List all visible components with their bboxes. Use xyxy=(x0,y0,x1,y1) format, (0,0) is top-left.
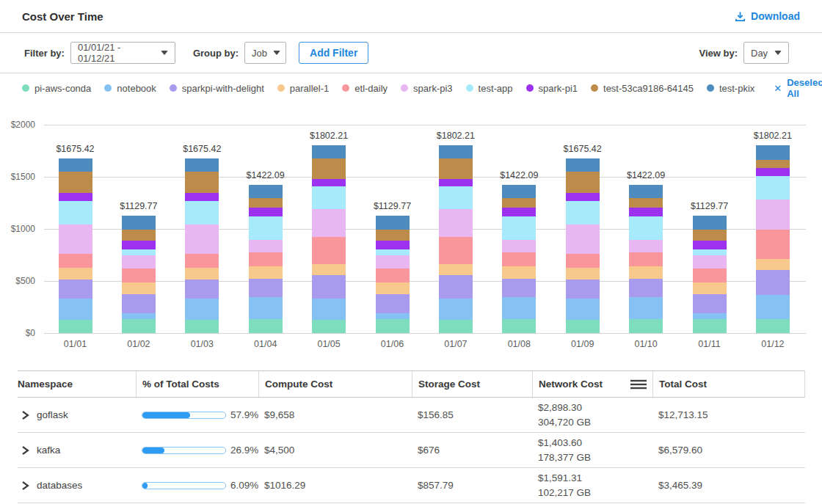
notebook-segment[interactable] xyxy=(566,299,600,320)
sparkpi-with-delight-segment[interactable] xyxy=(566,280,600,298)
notebook-segment[interactable] xyxy=(376,313,410,319)
spark-pi1-segment[interactable] xyxy=(249,208,283,216)
download-button[interactable]: Download xyxy=(735,10,800,22)
notebook-segment[interactable] xyxy=(122,313,156,319)
parallel-1-segment[interactable] xyxy=(312,264,346,275)
etl-daily-segment[interactable] xyxy=(439,237,473,264)
test-pkix-segment[interactable] xyxy=(629,185,663,198)
pi-aws-conda-segment[interactable] xyxy=(439,320,473,333)
sparkpi-with-delight-segment[interactable] xyxy=(185,280,219,298)
test-app-segment[interactable] xyxy=(376,249,410,255)
legend-item-parallel-1[interactable]: parallel-1 xyxy=(277,83,329,94)
deselect-all-button[interactable]: ✕ Deselect All xyxy=(774,77,822,99)
pi-aws-conda-segment[interactable] xyxy=(59,320,92,333)
test-pkix-segment[interactable] xyxy=(122,216,156,230)
parallel-1-segment[interactable] xyxy=(185,268,219,280)
test-app-segment[interactable] xyxy=(122,249,156,255)
test-pkix-segment[interactable] xyxy=(249,185,283,198)
pi-aws-conda-segment[interactable] xyxy=(502,319,536,333)
etl-daily-segment[interactable] xyxy=(376,269,410,282)
parallel-1-segment[interactable] xyxy=(439,264,473,275)
spark-pi1-segment[interactable] xyxy=(629,208,663,216)
test-53ca9186-64145-segment[interactable] xyxy=(122,230,156,241)
test-53ca9186-64145-segment[interactable] xyxy=(629,198,663,208)
test-53ca9186-64145-segment[interactable] xyxy=(693,230,727,241)
legend-item-test-53ca9186-64145[interactable]: test-53ca9186-64145 xyxy=(591,83,694,94)
spark-pi1-segment[interactable] xyxy=(59,193,92,201)
test-app-segment[interactable] xyxy=(693,249,727,255)
test-app-segment[interactable] xyxy=(502,216,536,240)
spark-pi3-segment[interactable] xyxy=(376,255,410,269)
namespace-cell[interactable]: goflask xyxy=(18,398,136,432)
spark-pi1-segment[interactable] xyxy=(185,193,219,201)
pi-aws-conda-segment[interactable] xyxy=(566,320,600,333)
test-pkix-segment[interactable] xyxy=(756,145,790,160)
test-app-segment[interactable] xyxy=(566,201,600,224)
etl-daily-segment[interactable] xyxy=(122,269,156,282)
column-header-percent[interactable]: % of Total Costs xyxy=(136,371,258,397)
view-by-select[interactable]: Day xyxy=(743,42,789,64)
spark-pi1-segment[interactable] xyxy=(439,179,473,186)
sparkpi-with-delight-segment[interactable] xyxy=(502,279,536,297)
etl-daily-segment[interactable] xyxy=(693,269,727,282)
spark-pi3-segment[interactable] xyxy=(502,240,536,252)
test-53ca9186-64145-segment[interactable] xyxy=(59,172,92,193)
legend-item-spark-pi3[interactable]: spark-pi3 xyxy=(401,83,452,94)
column-header-network[interactable]: Network Cost xyxy=(532,371,652,397)
spark-pi3-segment[interactable] xyxy=(756,200,790,229)
test-53ca9186-64145-segment[interactable] xyxy=(439,158,473,179)
etl-daily-segment[interactable] xyxy=(249,252,283,266)
notebook-segment[interactable] xyxy=(756,295,790,318)
spark-pi1-segment[interactable] xyxy=(376,241,410,249)
etl-daily-segment[interactable] xyxy=(756,230,790,260)
column-header-storage[interactable]: Storage Cost xyxy=(412,371,532,397)
column-header-compute[interactable]: Compute Cost xyxy=(258,371,412,397)
notebook-segment[interactable] xyxy=(59,299,92,320)
pi-aws-conda-segment[interactable] xyxy=(249,319,283,333)
notebook-segment[interactable] xyxy=(439,299,473,320)
sparkpi-with-delight-segment[interactable] xyxy=(376,294,410,313)
test-53ca9186-64145-segment[interactable] xyxy=(249,198,283,208)
group-by-select[interactable]: Job xyxy=(244,42,286,64)
parallel-1-segment[interactable] xyxy=(249,266,283,279)
sparkpi-with-delight-segment[interactable] xyxy=(59,280,92,298)
spark-pi1-segment[interactable] xyxy=(312,179,346,186)
test-pkix-segment[interactable] xyxy=(312,145,346,158)
notebook-segment[interactable] xyxy=(249,297,283,319)
test-app-segment[interactable] xyxy=(312,186,346,210)
spark-pi3-segment[interactable] xyxy=(439,209,473,236)
parallel-1-segment[interactable] xyxy=(59,268,92,280)
spark-pi1-segment[interactable] xyxy=(502,208,536,216)
test-pkix-segment[interactable] xyxy=(502,185,536,198)
etl-daily-segment[interactable] xyxy=(502,252,536,266)
date-range-select[interactable]: 01/01/21 - 01/12/21 xyxy=(70,42,175,64)
spark-pi1-segment[interactable] xyxy=(122,241,156,249)
etl-daily-segment[interactable] xyxy=(59,254,92,268)
parallel-1-segment[interactable] xyxy=(376,282,410,294)
parallel-1-segment[interactable] xyxy=(756,259,790,270)
test-app-segment[interactable] xyxy=(756,176,790,200)
legend-item-sparkpi-with-delight[interactable]: sparkpi-with-delight xyxy=(170,83,264,94)
spark-pi1-segment[interactable] xyxy=(693,241,727,249)
test-app-segment[interactable] xyxy=(185,201,219,224)
spark-pi3-segment[interactable] xyxy=(185,224,219,254)
parallel-1-segment[interactable] xyxy=(566,268,600,280)
spark-pi1-segment[interactable] xyxy=(756,168,790,176)
pi-aws-conda-segment[interactable] xyxy=(756,319,790,333)
spark-pi3-segment[interactable] xyxy=(693,255,727,269)
sparkpi-with-delight-segment[interactable] xyxy=(693,294,727,313)
spark-pi3-segment[interactable] xyxy=(59,224,92,254)
sparkpi-with-delight-segment[interactable] xyxy=(756,270,790,295)
pi-aws-conda-segment[interactable] xyxy=(629,319,663,333)
namespace-cell[interactable]: databases xyxy=(18,468,136,503)
parallel-1-segment[interactable] xyxy=(502,266,536,279)
spark-pi3-segment[interactable] xyxy=(312,209,346,236)
legend-item-spark-pi1[interactable]: spark-pi1 xyxy=(526,83,578,94)
sparkpi-with-delight-segment[interactable] xyxy=(312,275,346,299)
notebook-segment[interactable] xyxy=(312,299,346,320)
legend-item-pi-aws-conda[interactable]: pi-aws-conda xyxy=(22,83,91,94)
column-header-total[interactable]: Total Cost xyxy=(652,371,804,397)
spark-pi1-segment[interactable] xyxy=(566,193,600,201)
notebook-segment[interactable] xyxy=(502,297,536,319)
notebook-segment[interactable] xyxy=(629,297,663,319)
